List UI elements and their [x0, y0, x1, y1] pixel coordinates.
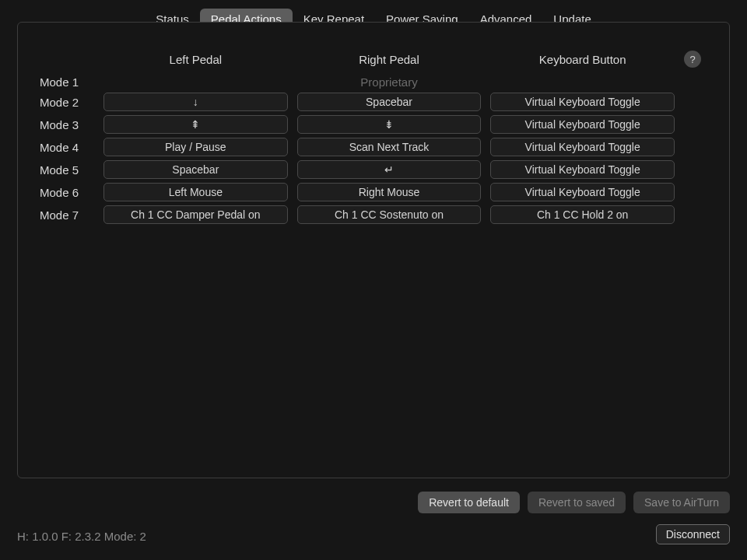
mode4-right[interactable]: Scan Next Track: [297, 138, 482, 156]
col-header-left: Left Pedal: [103, 53, 288, 66]
status-line: H: 1.0.0 F: 2.3.2 Mode: 2: [17, 530, 146, 543]
disconnect-button[interactable]: Disconnect: [656, 524, 730, 544]
mode6-label: Mode 6: [40, 186, 94, 199]
mode2-right[interactable]: Spacebar: [297, 93, 482, 111]
mode5-right[interactable]: ↵: [297, 160, 482, 179]
mode4-keyboard[interactable]: Virtual Keyboard Toggle: [490, 138, 675, 156]
mode5-keyboard[interactable]: Virtual Keyboard Toggle: [490, 160, 675, 179]
mode3-keyboard[interactable]: Virtual Keyboard Toggle: [490, 115, 675, 134]
mode1-label: Mode 1: [40, 75, 94, 89]
mode2-left[interactable]: ↓: [103, 93, 288, 111]
actions-grid: Left Pedal Right Pedal Keyboard Button ?…: [40, 51, 707, 224]
save-button[interactable]: Save to AirTurn: [633, 492, 730, 513]
mode3-left[interactable]: ⇞: [103, 115, 288, 134]
mode3-right[interactable]: ⇟: [297, 115, 482, 134]
mode2-keyboard[interactable]: Virtual Keyboard Toggle: [490, 93, 675, 111]
mode5-label: Mode 5: [40, 163, 94, 177]
revert-saved-button[interactable]: Revert to saved: [528, 492, 626, 513]
mode4-label: Mode 4: [40, 141, 94, 154]
mode7-left[interactable]: Ch 1 CC Damper Pedal on: [103, 205, 288, 224]
help-icon[interactable]: ?: [684, 51, 701, 68]
mode3-label: Mode 3: [40, 118, 94, 131]
footer-buttons: Revert to default Revert to saved Save t…: [418, 492, 730, 513]
col-header-keyboard: Keyboard Button: [490, 53, 675, 66]
mode7-label: Mode 7: [40, 208, 94, 222]
mode1-proprietary: Proprietary: [103, 75, 675, 89]
mode6-right[interactable]: Right Mouse: [297, 183, 482, 201]
mode4-left[interactable]: Play / Pause: [103, 138, 288, 156]
mode5-left[interactable]: Spacebar: [103, 160, 288, 179]
mode7-keyboard[interactable]: Ch 1 CC Hold 2 on: [490, 205, 675, 224]
mode2-label: Mode 2: [40, 96, 94, 109]
mode6-keyboard[interactable]: Virtual Keyboard Toggle: [490, 183, 675, 201]
revert-default-button[interactable]: Revert to default: [418, 492, 520, 513]
mode7-right[interactable]: Ch 1 CC Sostenuto on: [297, 205, 482, 224]
settings-panel: Left Pedal Right Pedal Keyboard Button ?…: [17, 22, 730, 478]
col-header-right: Right Pedal: [297, 53, 482, 66]
mode6-left[interactable]: Left Mouse: [103, 183, 288, 201]
